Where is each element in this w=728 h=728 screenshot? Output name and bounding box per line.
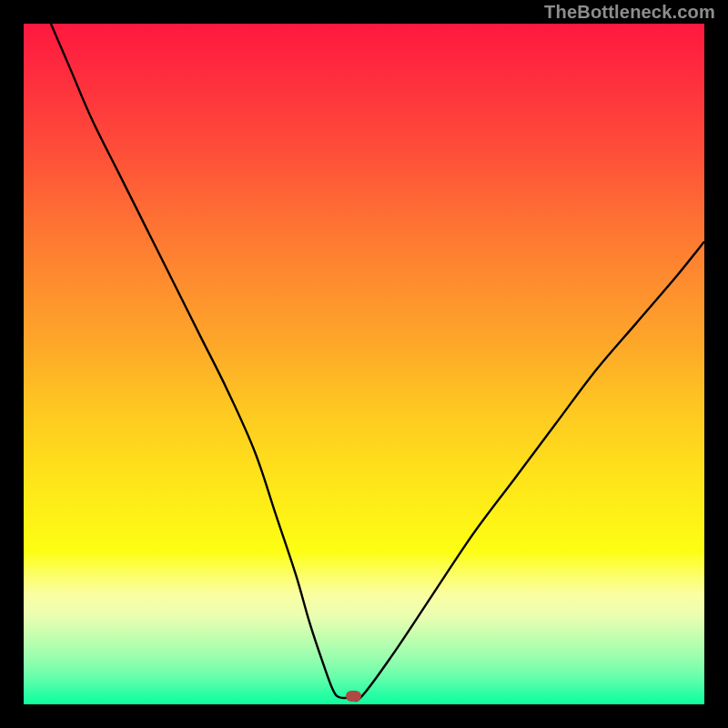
bottleneck-curve bbox=[24, 24, 704, 704]
watermark-label: TheBottleneck.com bbox=[544, 2, 715, 23]
marker-dot bbox=[346, 691, 361, 702]
chart-container: TheBottleneck.com bbox=[0, 0, 728, 728]
curve-path bbox=[51, 24, 704, 701]
plot-area bbox=[24, 24, 704, 704]
